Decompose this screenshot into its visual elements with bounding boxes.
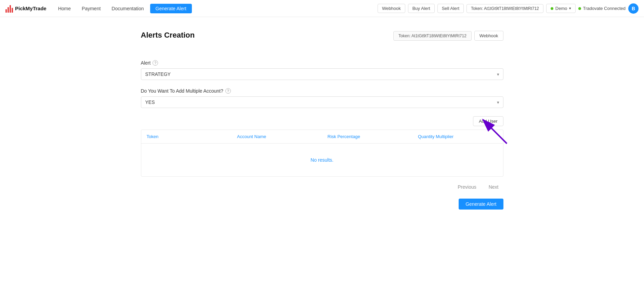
next-button[interactable]: Next bbox=[484, 182, 503, 192]
demo-dropdown[interactable]: Demo ▾ bbox=[546, 4, 576, 13]
generate-section: Generate Alert bbox=[141, 199, 503, 210]
no-results: No results. bbox=[141, 144, 503, 176]
header-actions: Token: At1tGt9tT18tWtEt8tYtMtRt712 Webho… bbox=[393, 31, 503, 41]
token-display: Token: At1tGt9tT18tWtEt8tYtMtRt712 bbox=[466, 4, 543, 13]
col-account-name: Account Name bbox=[232, 130, 322, 143]
demo-label: Demo bbox=[555, 6, 567, 11]
chevron-down-icon: ▾ bbox=[569, 6, 571, 11]
main-content: Alerts Creation Token: At1tGt9tT18tWtEt8… bbox=[134, 17, 510, 223]
nav-documentation[interactable]: Documentation bbox=[107, 4, 148, 13]
col-risk-percentage: Risk Percentage bbox=[322, 130, 413, 143]
nav-payment[interactable]: Payment bbox=[77, 4, 105, 13]
alert-help-icon[interactable]: ? bbox=[153, 60, 158, 66]
webhook-nav-button[interactable]: Webhook bbox=[378, 4, 405, 13]
buy-alert-button[interactable]: Buy Alert bbox=[408, 4, 435, 13]
nav-home[interactable]: Home bbox=[53, 4, 76, 13]
connected-label: Tradovate Connected bbox=[583, 6, 626, 11]
previous-button[interactable]: Previous bbox=[453, 182, 481, 192]
multiple-account-select-wrapper: YES NO bbox=[141, 96, 503, 108]
multiple-account-help-icon[interactable]: ? bbox=[225, 88, 231, 94]
navbar-right: Webhook Buy Alert Sell Alert Token: At1t… bbox=[378, 3, 639, 14]
data-table: Token Account Name Risk Percentage Quant… bbox=[141, 130, 503, 177]
add-user-button[interactable]: Add User bbox=[473, 116, 503, 126]
user-avatar[interactable]: B bbox=[628, 3, 639, 14]
multiple-account-label: Do You Want To Add Multiple Account? ? bbox=[141, 88, 503, 94]
page-webhook-button[interactable]: Webhook bbox=[474, 31, 503, 41]
nav-generate-alert-button[interactable]: Generate Alert bbox=[150, 4, 192, 13]
sell-alert-button[interactable]: Sell Alert bbox=[437, 4, 464, 13]
alert-label: Alert ? bbox=[141, 60, 503, 66]
table-section: Add User Token Account Name Risk Percent… bbox=[141, 116, 503, 177]
multiple-account-select[interactable]: YES NO bbox=[141, 96, 503, 108]
generate-alert-button[interactable]: Generate Alert bbox=[459, 199, 503, 210]
table-header-row: Add User bbox=[141, 116, 503, 126]
alert-select-wrapper: STRATEGY INDICATOR bbox=[141, 68, 503, 80]
navbar: PickMyTrade Home Payment Documentation G… bbox=[0, 0, 644, 17]
col-quantity-multiplier: Quantity Multiplier bbox=[412, 130, 503, 143]
brand: PickMyTrade bbox=[5, 4, 47, 13]
demo-status-dot bbox=[551, 7, 553, 10]
brand-logo bbox=[5, 4, 13, 13]
page-token-badge: Token: At1tGt9tT18tWtEt8tYtMtRt712 bbox=[393, 31, 472, 41]
page-title: Alerts Creation bbox=[141, 31, 195, 40]
multiple-account-section: Do You Want To Add Multiple Account? ? Y… bbox=[141, 88, 503, 108]
alert-section: Alert ? STRATEGY INDICATOR bbox=[141, 60, 503, 80]
connected-status: Tradovate Connected bbox=[578, 6, 626, 11]
pagination: Previous Next bbox=[141, 182, 503, 192]
table-body: No results. bbox=[141, 144, 503, 176]
brand-name: PickMyTrade bbox=[15, 5, 47, 11]
table-head: Token Account Name Risk Percentage Quant… bbox=[141, 130, 503, 144]
page-header: Alerts Creation Token: At1tGt9tT18tWtEt8… bbox=[141, 31, 503, 50]
col-token: Token bbox=[141, 130, 232, 143]
connected-dot bbox=[578, 7, 581, 10]
alert-select[interactable]: STRATEGY INDICATOR bbox=[141, 68, 503, 80]
nav-links: Home Payment Documentation Generate Aler… bbox=[53, 4, 192, 13]
